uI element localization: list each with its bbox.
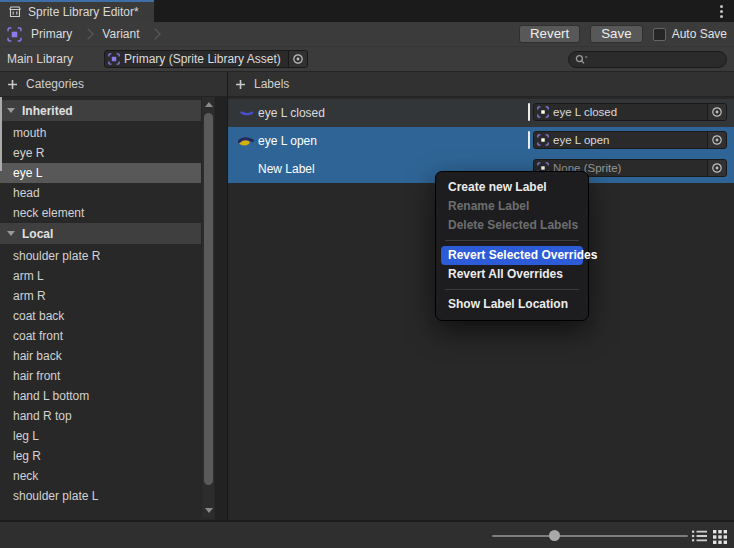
menu-item-show-label-location[interactable]: Show Label Location [441, 295, 583, 314]
sprite-library-editor-window: Sprite Library Editor* Primary Variant R… [0, 0, 734, 548]
add-label-button[interactable] [235, 79, 246, 90]
category-group-header-local[interactable]: Local [0, 223, 201, 244]
override-indicator [528, 103, 530, 121]
eye-open-sprite-icon [236, 136, 256, 147]
category-item[interactable]: eye R [0, 143, 201, 163]
main-library-object-field[interactable]: Primary (Sprite Library Asset) [104, 50, 308, 68]
tab-title: Sprite Library Editor* [28, 5, 139, 19]
search-input[interactable] [591, 52, 720, 66]
eye-closed-sprite-icon [236, 109, 256, 118]
sprite-field-wrap: eye L closed [528, 103, 727, 121]
labels-header: Labels [228, 72, 734, 97]
object-picker-icon[interactable] [707, 132, 726, 148]
save-button[interactable]: Save [590, 25, 642, 43]
categories-scrollbar[interactable] [201, 97, 214, 518]
breadcrumb-variant[interactable]: Variant [102, 27, 139, 41]
category-group-title: Local [22, 227, 53, 241]
sprite-object-field[interactable]: eye L closed [533, 103, 727, 121]
menu-item-delete-selected-labels: Delete Selected Labels [441, 216, 583, 235]
category-group-header-inherited[interactable]: Inherited [0, 100, 201, 121]
foldout-triangle-icon [7, 108, 15, 113]
scroll-up-icon[interactable] [205, 102, 213, 107]
label-row[interactable]: eye L closedeye L closed [228, 99, 734, 127]
category-item[interactable]: leg R [0, 446, 201, 466]
categories-title: Categories [26, 77, 84, 91]
sprite-library-editor-icon [8, 5, 22, 19]
category-item[interactable]: coat front [0, 326, 201, 346]
category-item[interactable]: hair front [0, 366, 201, 386]
menu-item-create-new-label[interactable]: Create new Label [441, 178, 583, 197]
sprite-library-asset-icon [108, 53, 120, 65]
category-item[interactable]: eye L [0, 163, 201, 183]
category-item[interactable]: neck [0, 466, 201, 486]
context-menu: Create new LabelRename LabelDelete Selec… [435, 171, 589, 321]
revert-button[interactable]: Revert [519, 25, 580, 43]
auto-save-checkbox[interactable] [653, 28, 666, 41]
category-item[interactable]: neck element [0, 203, 201, 223]
object-picker-icon[interactable] [288, 51, 307, 67]
label-name: eye L closed [258, 106, 325, 120]
label-name: New Label [258, 162, 315, 176]
foldout-triangle-icon [7, 231, 15, 236]
sprite-icon [537, 106, 549, 118]
labels-title: Labels [254, 77, 289, 91]
menu-separator [445, 240, 579, 241]
main-library-field-value: Primary (Sprite Library Asset) [120, 52, 288, 66]
breadcrumb-primary[interactable]: Primary [31, 27, 72, 41]
breadcrumb-chevron-icon [83, 28, 94, 39]
sprite-icon [537, 134, 549, 146]
category-item[interactable]: leg L [0, 426, 201, 446]
scrollbar-thumb[interactable] [204, 113, 213, 485]
list-view-icon[interactable] [692, 530, 707, 542]
sprite-object-field[interactable]: eye L open [533, 131, 727, 149]
search-field[interactable] [568, 51, 727, 68]
main-area: Categories Inheritedmoutheye Reye Lheadn… [0, 72, 734, 520]
focus-indicator [0, 97, 2, 171]
categories-gap [215, 97, 227, 520]
toolbar-actions: Revert Save Auto Save [519, 25, 727, 43]
category-group-title: Inherited [22, 104, 73, 118]
breadcrumb-chevron-icon [150, 28, 161, 39]
main-library-label: Main Library [7, 52, 73, 66]
menu-item-rename-label: Rename Label [441, 197, 583, 216]
category-item[interactable]: arm R [0, 286, 201, 306]
override-indicator [528, 131, 530, 149]
sprite-field-value: eye L open [549, 134, 707, 146]
label-row[interactable]: eye L openeye L open [228, 127, 734, 155]
menu-item-revert-selected-overrides[interactable]: Revert Selected Overrides [441, 246, 583, 265]
categories-list: Inheritedmoutheye Reye Lheadneck element… [0, 97, 227, 520]
category-item[interactable]: head [0, 183, 201, 203]
auto-save-label: Auto Save [672, 27, 727, 41]
category-item[interactable]: shoulder plate L [0, 486, 201, 506]
object-picker-icon[interactable] [707, 160, 726, 176]
scroll-down-icon[interactable] [205, 508, 213, 513]
kebab-menu-icon[interactable] [708, 0, 734, 22]
tab-bar: Sprite Library Editor* [0, 0, 734, 22]
category-item[interactable]: hair back [0, 346, 201, 366]
menu-separator [445, 289, 579, 290]
breadcrumb-bar: Primary Variant Revert Save Auto Save [0, 22, 734, 46]
search-icon [575, 54, 588, 65]
category-item[interactable]: coat back [0, 306, 201, 326]
sprite-field-value: eye L closed [549, 106, 707, 118]
sprite-field-wrap: eye L open [528, 131, 727, 149]
sprite-library-asset-icon [7, 27, 22, 42]
category-item[interactable]: hand L bottom [0, 386, 201, 406]
category-item[interactable]: hand R top [0, 406, 201, 426]
label-name: eye L open [258, 134, 317, 148]
menu-item-revert-all-overrides[interactable]: Revert All Overrides [441, 265, 583, 284]
main-library-bar: Main Library Primary (Sprite Library Ass… [0, 46, 734, 72]
category-item[interactable]: shoulder plate R [0, 246, 201, 266]
zoom-slider-knob[interactable] [549, 530, 560, 541]
categories-header: Categories [0, 72, 227, 97]
grid-view-icon[interactable] [713, 530, 727, 544]
category-item[interactable]: arm L [0, 266, 201, 286]
tab-sprite-library-editor[interactable]: Sprite Library Editor* [0, 0, 154, 22]
object-picker-icon[interactable] [707, 104, 726, 120]
footer-bar [0, 520, 734, 548]
category-item[interactable]: mouth [0, 123, 201, 143]
categories-panel: Categories Inheritedmoutheye Reye Lheadn… [0, 72, 228, 520]
thumbnail-zoom-slider[interactable] [492, 535, 688, 537]
add-category-button[interactable] [7, 79, 18, 90]
